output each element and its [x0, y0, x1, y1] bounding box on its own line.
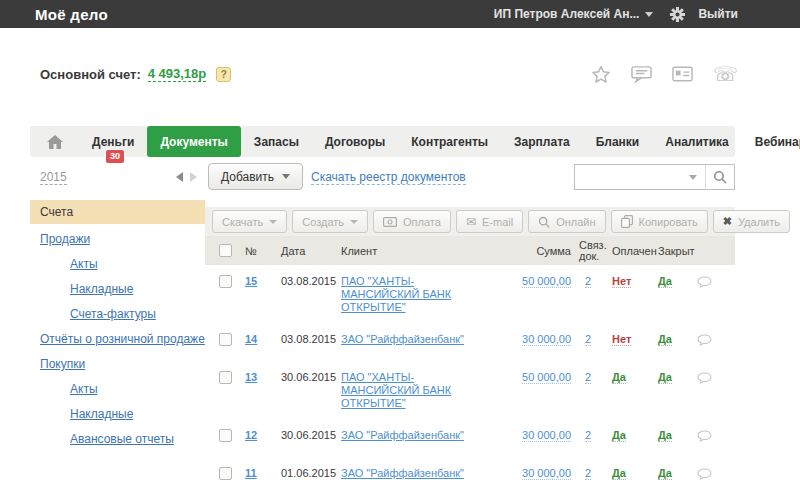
payment-button[interactable]: Оплата	[373, 210, 451, 233]
search-input[interactable]	[575, 165, 689, 189]
closed-status[interactable]: Да	[658, 333, 672, 346]
document-number-link[interactable]: 14	[245, 333, 257, 345]
document-sum[interactable]: 30 000,00	[522, 333, 571, 346]
document-number-link[interactable]: 15	[245, 275, 257, 287]
sidebar-item-purchase-acts[interactable]: Акты	[70, 382, 205, 396]
col-paid: Оплачен	[603, 246, 647, 257]
client-link[interactable]: ЗАО "Райффайзенбанк"	[341, 429, 474, 442]
client-link[interactable]: ЗАО "Райффайзенбанк"	[341, 467, 474, 480]
sidebar-item-purchases[interactable]: Покупки	[40, 357, 205, 371]
row-checkbox[interactable]	[219, 467, 232, 480]
paid-status[interactable]: Да	[612, 371, 626, 384]
home-icon[interactable]	[30, 126, 79, 157]
closed-status[interactable]: Да	[658, 429, 672, 442]
sidebar-item-retail-reports[interactable]: Отчёты о розничной продаже	[40, 332, 205, 346]
document-sum[interactable]: 50 000,00	[522, 275, 571, 288]
help-icon[interactable]: ?	[216, 67, 231, 82]
paid-status[interactable]: Нет	[612, 333, 631, 346]
sidebar-item-invoices[interactable]: Счета	[30, 200, 205, 224]
document-sum[interactable]: 30 000,00	[522, 467, 571, 480]
row-checkbox[interactable]	[219, 333, 232, 346]
download-button-label: Скачать	[222, 216, 263, 228]
nav-salary[interactable]: Зарплата	[501, 126, 583, 157]
search-dropdown-caret-icon[interactable]	[689, 175, 697, 180]
comment-bubble-icon[interactable]	[687, 275, 721, 288]
nav-webinars[interactable]: Вебинары	[742, 126, 800, 157]
document-number-link[interactable]: 13	[245, 371, 257, 383]
star-icon[interactable]	[591, 65, 611, 84]
closed-status[interactable]: Да	[658, 371, 672, 384]
client-link[interactable]: ПАО "ХАНТЫ-МАНСИЙСКИЙ БАНК ОТКРЫТИЕ"	[341, 371, 501, 410]
document-date: 30.06.2015	[281, 371, 341, 383]
nav-stock[interactable]: Запасы	[241, 126, 312, 157]
sidebar-item-sales-acts[interactable]: Акты	[70, 257, 205, 271]
email-button[interactable]: ✉ E-mail	[456, 210, 523, 233]
document-number-link[interactable]: 11	[245, 467, 257, 479]
filter-row: 2015 Добавить Скачать реестр документов	[30, 163, 735, 193]
closed-status[interactable]: Да	[658, 467, 672, 480]
online-button[interactable]: Онлайн	[528, 210, 605, 233]
nav-counterparties[interactable]: Контрагенты	[398, 126, 501, 157]
sidebar-item-sales[interactable]: Продажи	[40, 232, 205, 246]
chevron-down-icon	[282, 174, 290, 179]
add-button[interactable]: Добавить	[208, 163, 303, 190]
comment-bubble-icon[interactable]	[687, 333, 721, 346]
search-button[interactable]	[705, 165, 734, 189]
paid-status[interactable]: Нет	[612, 275, 631, 288]
table-body: 15 03.08.2015 ПАО "ХАНТЫ-МАНСИЙСКИЙ БАНК…	[205, 265, 735, 480]
linked-docs-link[interactable]: 2	[585, 371, 591, 384]
paid-status[interactable]: Да	[612, 467, 626, 480]
col-num: №	[245, 246, 281, 257]
linked-docs-link[interactable]: 2	[585, 467, 591, 480]
document-number-link[interactable]: 12	[245, 429, 257, 441]
quick-icons: ☏	[591, 64, 738, 84]
magnifier-icon	[538, 216, 550, 228]
contact-card-icon[interactable]	[672, 66, 693, 82]
logout-link[interactable]: Выйти	[698, 7, 738, 21]
sidebar-item-sales-vat-invoices[interactable]: Счета-фактуры	[70, 307, 205, 321]
copy-button[interactable]: Копировать	[611, 210, 708, 233]
document-sum[interactable]: 50 000,00	[522, 371, 571, 384]
chat-icon[interactable]	[631, 65, 652, 83]
user-menu[interactable]: ИП Петров Алексей Ан...	[494, 7, 654, 21]
nav-analytics[interactable]: Аналитика	[652, 126, 742, 157]
linked-docs-link[interactable]: 2	[585, 333, 591, 346]
nav-contracts[interactable]: Договоры	[312, 126, 398, 157]
linked-docs-link[interactable]: 2	[585, 275, 591, 288]
linked-docs-link[interactable]: 2	[585, 429, 591, 442]
sidebar-item-purchase-waybills[interactable]: Накладные	[70, 407, 205, 421]
nav-forms[interactable]: Бланки	[583, 126, 653, 157]
select-all-checkbox[interactable]	[219, 244, 232, 257]
paid-status[interactable]: Да	[612, 429, 626, 442]
phone-icon[interactable]: ☏	[713, 64, 738, 84]
comment-bubble-icon[interactable]	[687, 467, 721, 480]
client-link[interactable]: ЗАО "Райффайзенбанк"	[341, 333, 474, 346]
sidebar-item-advance-reports[interactable]: Авансовые отчеты	[70, 432, 205, 446]
document-sum[interactable]: 30 000,00	[522, 429, 571, 442]
payment-button-label: Оплата	[403, 216, 441, 228]
comment-bubble-icon[interactable]	[687, 371, 721, 384]
document-date: 01.06.2015	[281, 467, 341, 479]
closed-status[interactable]: Да	[658, 275, 672, 288]
row-checkbox[interactable]	[219, 275, 232, 288]
create-button[interactable]: Создать	[292, 210, 368, 233]
next-year-arrow-icon[interactable]	[190, 172, 197, 182]
app-logo[interactable]: Моё дело	[35, 6, 108, 23]
delete-button-label: Удалить	[738, 216, 780, 228]
comment-bubble-icon[interactable]	[687, 429, 721, 442]
row-checkbox[interactable]	[219, 429, 232, 442]
download-button[interactable]: Скачать	[212, 210, 287, 233]
table-header: № Дата Клиент Сумма Связ. док. Оплачен З…	[205, 236, 735, 265]
row-checkbox[interactable]	[219, 371, 232, 384]
download-registry-link[interactable]: Скачать реестр документов	[311, 170, 466, 185]
delete-button[interactable]: ✖ Удалить	[713, 210, 790, 233]
nav-documents[interactable]: Документы	[147, 126, 240, 157]
client-link[interactable]: ПАО "ХАНТЫ-МАНСИЙСКИЙ БАНК ОТКРЫТИЕ"	[341, 275, 501, 314]
prev-year-arrow-icon[interactable]	[176, 172, 183, 182]
col-date: Дата	[281, 246, 341, 257]
year-filter[interactable]: 2015	[40, 170, 67, 185]
table-row: 14 03.08.2015 ЗАО "Райффайзенбанк" 30 00…	[205, 323, 735, 361]
balance-value[interactable]: 4 493,18р	[148, 66, 207, 82]
sidebar-item-sales-waybills[interactable]: Накладные	[70, 282, 205, 296]
settings-gear-icon[interactable]	[670, 7, 685, 22]
